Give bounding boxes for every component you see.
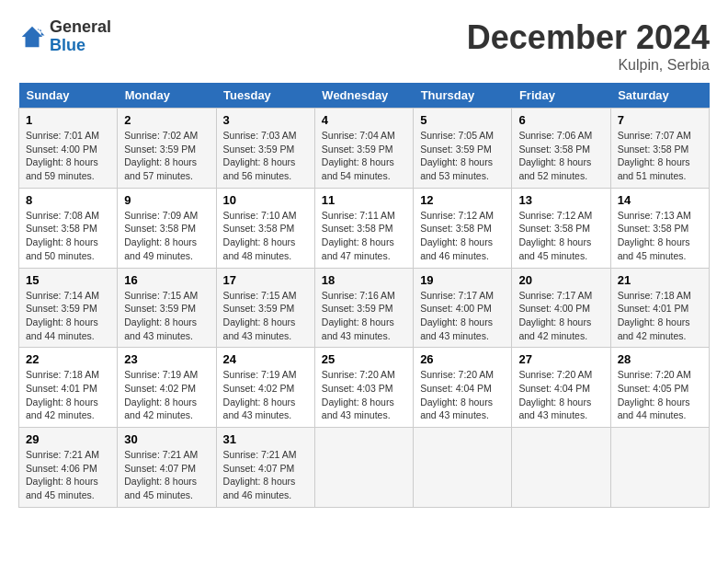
day-number: 26 <box>420 352 505 366</box>
calendar-day-cell: 31 Sunrise: 7:21 AMSunset: 4:07 PMDaylig… <box>216 428 314 508</box>
calendar-day-cell: 1 Sunrise: 7:01 AMSunset: 4:00 PMDayligh… <box>19 109 118 189</box>
calendar-day-cell: 11 Sunrise: 7:11 AMSunset: 3:58 PMDaylig… <box>314 188 413 268</box>
day-detail: Sunrise: 7:19 AMSunset: 4:02 PMDaylight:… <box>223 369 297 420</box>
calendar-day-cell: 6 Sunrise: 7:06 AMSunset: 3:58 PMDayligh… <box>512 109 610 189</box>
day-detail: Sunrise: 7:08 AMSunset: 3:58 PMDaylight:… <box>26 210 99 261</box>
day-detail: Sunrise: 7:06 AMSunset: 3:58 PMDaylight:… <box>518 130 592 181</box>
day-number: 17 <box>223 273 308 287</box>
day-detail: Sunrise: 7:20 AMSunset: 4:04 PMDaylight:… <box>518 369 592 420</box>
day-detail: Sunrise: 7:20 AMSunset: 4:05 PMDaylight:… <box>618 369 691 420</box>
day-number: 3 <box>223 113 308 127</box>
day-number: 14 <box>618 193 702 207</box>
calendar-day-cell: 20 Sunrise: 7:17 AMSunset: 4:00 PMDaylig… <box>512 268 610 348</box>
day-number: 29 <box>26 432 110 446</box>
day-number: 1 <box>26 113 110 127</box>
day-detail: Sunrise: 7:17 AMSunset: 4:00 PMDaylight:… <box>518 290 592 341</box>
day-number: 19 <box>420 273 505 287</box>
day-number: 2 <box>124 113 209 127</box>
page-header: GeneralBlue December 2024 Kulpin, Serbia <box>18 18 710 74</box>
calendar-day-cell: 5 Sunrise: 7:05 AMSunset: 3:59 PMDayligh… <box>414 109 512 189</box>
day-detail: Sunrise: 7:20 AMSunset: 4:04 PMDaylight:… <box>420 369 494 420</box>
calendar-day-cell: 19 Sunrise: 7:17 AMSunset: 4:00 PMDaylig… <box>414 268 512 348</box>
calendar-day-cell <box>610 428 709 508</box>
calendar-day-cell: 29 Sunrise: 7:21 AMSunset: 4:06 PMDaylig… <box>19 428 118 508</box>
calendar-day-cell: 13 Sunrise: 7:12 AMSunset: 3:58 PMDaylig… <box>512 188 610 268</box>
day-number: 12 <box>420 193 505 207</box>
day-detail: Sunrise: 7:01 AMSunset: 4:00 PMDaylight:… <box>26 130 99 181</box>
day-detail: Sunrise: 7:21 AMSunset: 4:07 PMDaylight:… <box>223 449 297 500</box>
day-number: 18 <box>322 273 406 287</box>
day-number: 9 <box>124 193 209 207</box>
day-detail: Sunrise: 7:10 AMSunset: 3:58 PMDaylight:… <box>223 210 297 261</box>
header-thursday: Thursday <box>414 83 512 109</box>
day-number: 16 <box>124 273 209 287</box>
day-detail: Sunrise: 7:07 AMSunset: 3:58 PMDaylight:… <box>618 130 691 181</box>
day-number: 31 <box>223 432 308 446</box>
day-detail: Sunrise: 7:15 AMSunset: 3:59 PMDaylight:… <box>124 290 198 341</box>
calendar-day-cell: 25 Sunrise: 7:20 AMSunset: 4:03 PMDaylig… <box>314 348 413 428</box>
day-detail: Sunrise: 7:09 AMSunset: 3:58 PMDaylight:… <box>124 210 198 261</box>
day-detail: Sunrise: 7:14 AMSunset: 3:59 PMDaylight:… <box>26 290 99 341</box>
calendar-week-row: 29 Sunrise: 7:21 AMSunset: 4:06 PMDaylig… <box>19 428 710 508</box>
calendar-week-row: 15 Sunrise: 7:14 AMSunset: 3:59 PMDaylig… <box>19 268 710 348</box>
calendar-day-cell: 14 Sunrise: 7:13 AMSunset: 3:58 PMDaylig… <box>610 188 709 268</box>
calendar-day-cell: 18 Sunrise: 7:16 AMSunset: 3:59 PMDaylig… <box>314 268 413 348</box>
calendar-day-cell: 30 Sunrise: 7:21 AMSunset: 4:07 PMDaylig… <box>118 428 216 508</box>
calendar-day-cell: 15 Sunrise: 7:14 AMSunset: 3:59 PMDaylig… <box>19 268 118 348</box>
calendar-day-cell <box>512 428 610 508</box>
header-friday: Friday <box>512 83 610 109</box>
calendar-day-cell <box>414 428 512 508</box>
day-number: 25 <box>322 352 406 366</box>
calendar-week-row: 22 Sunrise: 7:18 AMSunset: 4:01 PMDaylig… <box>19 348 710 428</box>
calendar-day-cell: 9 Sunrise: 7:09 AMSunset: 3:58 PMDayligh… <box>118 188 216 268</box>
title-area: December 2024 Kulpin, Serbia <box>467 18 710 74</box>
logo-icon <box>18 23 46 51</box>
header-saturday: Saturday <box>610 83 709 109</box>
calendar-day-cell: 3 Sunrise: 7:03 AMSunset: 3:59 PMDayligh… <box>216 109 314 189</box>
calendar-day-cell: 10 Sunrise: 7:10 AMSunset: 3:58 PMDaylig… <box>216 188 314 268</box>
day-detail: Sunrise: 7:05 AMSunset: 3:59 PMDaylight:… <box>420 130 494 181</box>
day-detail: Sunrise: 7:02 AMSunset: 3:59 PMDaylight:… <box>124 130 198 181</box>
day-number: 4 <box>322 113 406 127</box>
day-number: 8 <box>26 193 110 207</box>
logo-text: GeneralBlue <box>50 18 111 55</box>
calendar-day-cell: 27 Sunrise: 7:20 AMSunset: 4:04 PMDaylig… <box>512 348 610 428</box>
calendar-day-cell: 8 Sunrise: 7:08 AMSunset: 3:58 PMDayligh… <box>19 188 118 268</box>
day-detail: Sunrise: 7:04 AMSunset: 3:59 PMDaylight:… <box>322 130 395 181</box>
calendar-day-cell: 7 Sunrise: 7:07 AMSunset: 3:58 PMDayligh… <box>610 109 709 189</box>
day-number: 27 <box>518 352 603 366</box>
day-number: 20 <box>518 273 603 287</box>
day-number: 11 <box>322 193 406 207</box>
day-detail: Sunrise: 7:03 AMSunset: 3:59 PMDaylight:… <box>223 130 297 181</box>
calendar-day-cell: 26 Sunrise: 7:20 AMSunset: 4:04 PMDaylig… <box>414 348 512 428</box>
location-subtitle: Kulpin, Serbia <box>467 57 710 74</box>
day-number: 10 <box>223 193 308 207</box>
day-detail: Sunrise: 7:11 AMSunset: 3:58 PMDaylight:… <box>322 210 395 261</box>
calendar-day-cell <box>314 428 413 508</box>
calendar-day-cell: 22 Sunrise: 7:18 AMSunset: 4:01 PMDaylig… <box>19 348 118 428</box>
calendar-day-cell: 21 Sunrise: 7:18 AMSunset: 4:01 PMDaylig… <box>610 268 709 348</box>
day-detail: Sunrise: 7:12 AMSunset: 3:58 PMDaylight:… <box>420 210 494 261</box>
month-year-title: December 2024 <box>467 18 710 57</box>
calendar-day-cell: 28 Sunrise: 7:20 AMSunset: 4:05 PMDaylig… <box>610 348 709 428</box>
day-detail: Sunrise: 7:12 AMSunset: 3:58 PMDaylight:… <box>518 210 592 261</box>
calendar-day-cell: 24 Sunrise: 7:19 AMSunset: 4:02 PMDaylig… <box>216 348 314 428</box>
day-number: 13 <box>518 193 603 207</box>
calendar-table: Sunday Monday Tuesday Wednesday Thursday… <box>18 83 710 508</box>
logo: GeneralBlue <box>18 18 111 55</box>
day-detail: Sunrise: 7:16 AMSunset: 3:59 PMDaylight:… <box>322 290 395 341</box>
calendar-day-cell: 16 Sunrise: 7:15 AMSunset: 3:59 PMDaylig… <box>118 268 216 348</box>
day-number: 15 <box>26 273 110 287</box>
weekday-header-row: Sunday Monday Tuesday Wednesday Thursday… <box>19 83 710 109</box>
day-number: 24 <box>223 352 308 366</box>
calendar-day-cell: 2 Sunrise: 7:02 AMSunset: 3:59 PMDayligh… <box>118 109 216 189</box>
calendar-day-cell: 4 Sunrise: 7:04 AMSunset: 3:59 PMDayligh… <box>314 109 413 189</box>
header-sunday: Sunday <box>19 83 118 109</box>
day-detail: Sunrise: 7:21 AMSunset: 4:07 PMDaylight:… <box>124 449 198 500</box>
header-wednesday: Wednesday <box>314 83 413 109</box>
calendar-day-cell: 17 Sunrise: 7:15 AMSunset: 3:59 PMDaylig… <box>216 268 314 348</box>
day-number: 22 <box>26 352 110 366</box>
calendar-week-row: 8 Sunrise: 7:08 AMSunset: 3:58 PMDayligh… <box>19 188 710 268</box>
header-tuesday: Tuesday <box>216 83 314 109</box>
day-number: 30 <box>124 432 209 446</box>
